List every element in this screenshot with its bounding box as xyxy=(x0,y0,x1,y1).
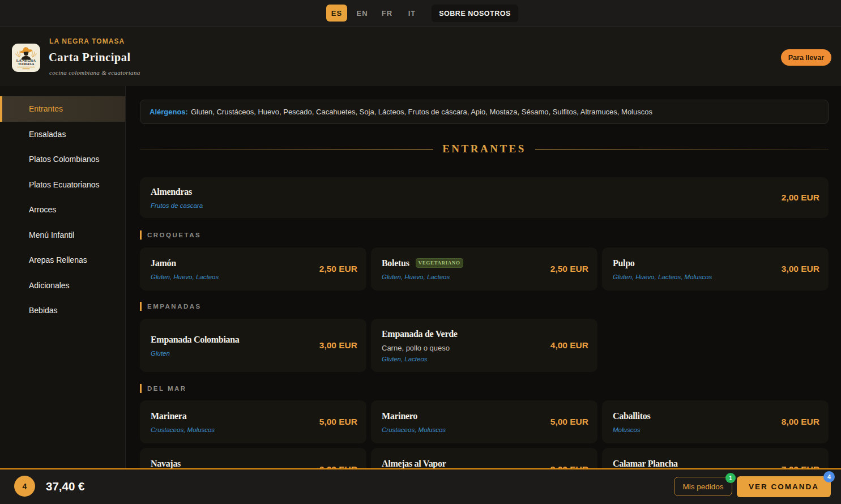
svg-text:TOMASA: TOMASA xyxy=(18,62,35,66)
